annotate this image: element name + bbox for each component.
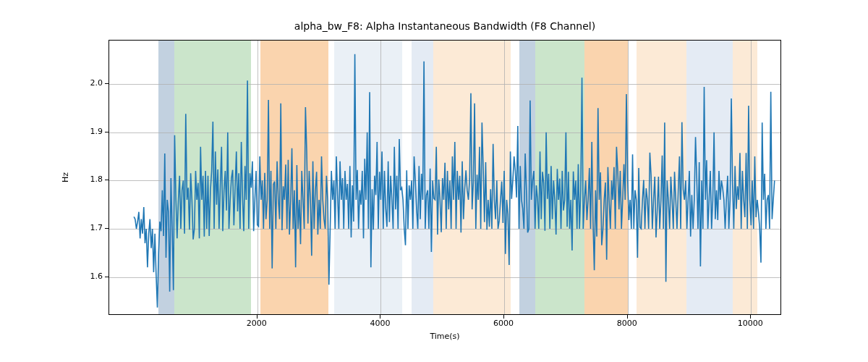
x-tick-label: 6000: [482, 319, 525, 328]
x-tick-label: 8000: [605, 319, 649, 328]
chart-title: alpha_bw_F8: Alpha Instantaneous Bandwid…: [109, 20, 781, 32]
plot-area: [109, 40, 781, 315]
y-tick-label: 1.6: [0, 272, 103, 281]
series-line: [109, 41, 781, 315]
x-tick-label: 2000: [235, 319, 278, 328]
x-axis-label: Time(s): [109, 332, 781, 341]
y-tick-label: 2.0: [0, 78, 103, 88]
x-tick-label: 4000: [358, 319, 401, 328]
x-tick-label: 10000: [728, 319, 772, 328]
y-tick-label: 1.9: [0, 127, 103, 136]
figure: alpha_bw_F8: Alpha Instantaneous Bandwid…: [0, 0, 868, 362]
y-tick-label: 1.8: [0, 174, 103, 184]
y-tick-label: 1.7: [0, 223, 103, 232]
